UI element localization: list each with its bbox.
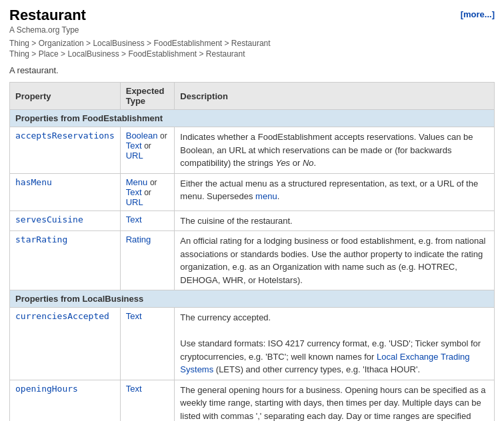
section-local-business: Properties from LocalBusiness [10, 290, 495, 308]
prop-name[interactable]: starRating [15, 234, 67, 244]
col-header-description: Description [175, 83, 495, 110]
prop-name[interactable]: acceptsReservations [15, 131, 115, 141]
table-row: openingHours Text The general opening ho… [10, 380, 495, 421]
more-link[interactable]: [more...] [461, 9, 495, 19]
prop-name[interactable]: hasMenu [15, 177, 52, 187]
prop-type: Text [120, 308, 175, 380]
prop-desc: An official rating for a lodging busines… [175, 231, 495, 290]
breadcrumb-1: Thing > Organization > LocalBusiness > F… [9, 39, 495, 48]
table-row: starRating Rating An official rating for… [10, 231, 495, 290]
subtitle: A Schema.org Type [9, 25, 495, 35]
breadcrumb-2: Thing > Place > LocalBusiness > FoodEsta… [9, 49, 495, 59]
prop-type: Menu or Text or URL [120, 173, 175, 210]
prop-type: Text [120, 210, 175, 231]
prop-desc: The general opening hours for a business… [175, 380, 495, 421]
table-row: hasMenu Menu or Text or URL Either the a… [10, 173, 495, 210]
prop-desc: Either the actual menu as a structured r… [175, 173, 495, 210]
prop-name[interactable]: openingHours [15, 384, 78, 394]
table-row: currenciesAccepted Text The currency acc… [10, 308, 495, 380]
prop-desc: The currency accepted. Use standard form… [175, 308, 495, 380]
prop-desc: The cuisine of the restaurant. [175, 210, 495, 231]
prop-type: Text [120, 380, 175, 421]
schema-table: Property Expected Type Description Prope… [9, 82, 495, 421]
prop-name[interactable]: servesCuisine [15, 214, 83, 224]
prop-name[interactable]: currenciesAccepted [15, 311, 109, 321]
section-food-establishment: Properties from FoodEstablishment [10, 110, 495, 127]
page-description: A restaurant. [9, 65, 495, 75]
table-row: acceptsReservations Boolean or Text or U… [10, 127, 495, 174]
col-header-type: Expected Type [120, 83, 175, 110]
page-title: Restaurant [9, 7, 495, 24]
prop-type: Boolean or Text or URL [120, 127, 175, 174]
col-header-property: Property [10, 83, 121, 110]
prop-desc: Indicates whether a FoodEstablishment ac… [175, 127, 495, 174]
table-row: servesCuisine Text The cuisine of the re… [10, 210, 495, 231]
prop-type: Rating [120, 231, 175, 290]
